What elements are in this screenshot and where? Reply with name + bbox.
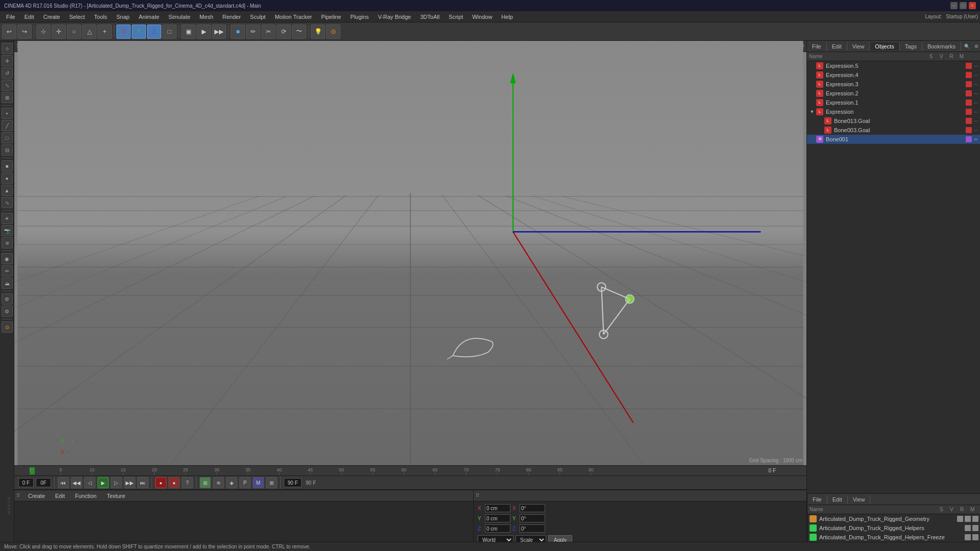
lt-paint[interactable]: ✏ <box>2 265 13 277</box>
lt-sphere[interactable]: ● <box>2 172 13 184</box>
obj-geometry[interactable]: Articulated_Dump_Truck_Rigged_Geometry <box>807 514 980 523</box>
menu-window[interactable]: Window <box>468 13 496 21</box>
vp-icon-add[interactable]: + <box>786 43 790 50</box>
menu-simulate[interactable]: Simulate <box>164 13 194 21</box>
menu-pipeline[interactable]: Pipeline <box>317 13 345 21</box>
lt-rig[interactable]: ⚙ <box>2 306 13 317</box>
autokey-btn[interactable]: ● <box>168 477 180 488</box>
mat-menu-edit[interactable]: Edit <box>51 492 69 500</box>
vp-menu-panel[interactable]: Panel <box>148 42 168 51</box>
rp-tab-tags[interactable]: Tags <box>900 42 922 51</box>
poly-btn[interactable]: △ <box>82 24 96 39</box>
cube-btn[interactable]: ■ <box>231 24 245 39</box>
obj-bone013goal[interactable]: L Bone013.Goal ··· <box>807 116 980 126</box>
menu-sculpt[interactable]: Sculpt <box>246 13 270 21</box>
lt-bone[interactable]: ⚙ <box>2 293 13 305</box>
zaxis-btn[interactable]: Z <box>147 24 161 39</box>
minimize-btn[interactable]: ─ <box>950 2 958 9</box>
zrot-input[interactable] <box>520 524 545 533</box>
lt-points[interactable]: • <box>2 108 13 119</box>
lt-mesh[interactable]: ⊟ <box>2 144 13 156</box>
vp-menu-display[interactable]: Display <box>73 42 97 51</box>
menu-file[interactable]: File <box>2 13 19 21</box>
xrot-input[interactable] <box>520 504 545 512</box>
lt-deform[interactable]: ≋ <box>2 237 13 248</box>
vp-icon-lock[interactable]: 🔒 <box>792 43 798 50</box>
lt-light[interactable]: ☀ <box>2 213 13 224</box>
lt-cam[interactable]: 📷 <box>2 225 13 236</box>
go-to-start-btn[interactable]: ⏮ <box>58 477 69 488</box>
addpt-btn[interactable]: + <box>97 24 112 39</box>
select-btn[interactable]: ⊹ <box>36 24 51 39</box>
rp-search-icon[interactable]: 🔍 <box>963 42 971 51</box>
end-frame-display[interactable] <box>284 478 302 487</box>
vp-menu-filter[interactable]: Filter <box>127 42 145 51</box>
menu-select[interactable]: Select <box>65 13 89 21</box>
smooth-btn[interactable]: 〜 <box>292 24 306 39</box>
mat-menu-function[interactable]: Function <box>71 492 101 500</box>
menu-edit[interactable]: Edit <box>20 13 38 21</box>
undo-btn[interactable]: ↩ <box>2 24 16 39</box>
menu-3dtoall[interactable]: 3DToAll <box>416 13 444 21</box>
current-frame-input[interactable] <box>36 478 51 487</box>
rp2-tab-file[interactable]: File <box>807 495 827 504</box>
obj-expression[interactable]: ▼ L Expression ··· <box>807 107 980 116</box>
yaxis-btn[interactable]: Y <box>132 24 146 39</box>
prev-frame-btn[interactable]: ◁ <box>84 477 95 488</box>
go-to-end-btn[interactable]: ⏭ <box>137 477 149 488</box>
lt-move[interactable]: ✛ <box>2 55 13 66</box>
xaxis-btn[interactable]: X <box>116 24 131 39</box>
rp-tab-bookmarks[interactable]: Bookmarks <box>922 42 961 51</box>
obj-bone001[interactable]: ⚙ Bone001 ✏ <box>807 135 980 144</box>
menu-motion-tracker[interactable]: Motion Tracker <box>271 13 316 21</box>
tl-mode-record[interactable]: M <box>253 477 264 488</box>
record-btn[interactable]: ● <box>155 477 166 488</box>
rp2-tab-edit[interactable]: Edit <box>827 495 848 504</box>
y-pos-input[interactable] <box>485 514 510 522</box>
move-btn[interactable]: ✛ <box>52 24 66 39</box>
vp-icon-settings[interactable]: ⚙ <box>800 43 804 50</box>
mat-menu-texture[interactable]: Texture <box>103 492 129 500</box>
lt-transform[interactable]: ⊞ <box>2 92 13 103</box>
obj-expression5[interactable]: L Expression.5 ··· <box>807 61 980 70</box>
lt-sculpt[interactable]: ◉ <box>2 253 13 264</box>
x-pos-input[interactable] <box>485 504 510 512</box>
vp-menu-options[interactable]: Options <box>100 42 125 51</box>
obj-expression3[interactable]: L Expression.3 ··· <box>807 80 980 89</box>
expand-icon-expr[interactable]: ▼ <box>809 109 815 115</box>
menu-animate[interactable]: Animate <box>135 13 163 21</box>
obj-expression1[interactable]: L Expression.1 ··· <box>807 98 980 107</box>
menu-help[interactable]: Help <box>497 13 517 21</box>
lt-scale[interactable]: ⤡ <box>2 80 13 91</box>
menu-vray[interactable]: V-Ray Bridge <box>374 13 415 21</box>
rp-tab-edit[interactable]: Edit <box>827 42 847 51</box>
render-view-btn[interactable]: ▣ <box>181 24 195 39</box>
z-pos-input[interactable] <box>485 524 510 533</box>
rp-tab-view[interactable]: View <box>847 42 870 51</box>
lt-cone[interactable]: ▲ <box>2 185 13 196</box>
mat-menu-create[interactable]: Create <box>24 492 49 500</box>
knife-btn[interactable]: ✂ <box>261 24 276 39</box>
obj-expression4[interactable]: L Expression.4 ··· <box>807 70 980 80</box>
rp2-tab-view[interactable]: View <box>848 495 871 504</box>
tl-mode-key[interactable]: ⊞ <box>200 477 211 488</box>
tl-mode-motion[interactable]: ≋ <box>213 477 224 488</box>
next-frame-btn[interactable]: ▷ <box>111 477 122 488</box>
render-btn[interactable]: ▶ <box>197 24 211 39</box>
obj-helpers[interactable]: Articulated_Dump_Truck_Rigged_Helpers <box>807 523 980 533</box>
python-btn[interactable]: ⊙ <box>326 24 340 39</box>
lt-terrain[interactable]: ⛰ <box>2 278 13 289</box>
loop-btn[interactable]: ⟳ <box>277 24 291 39</box>
menu-plugins[interactable]: Plugins <box>346 13 373 21</box>
redo-btn[interactable]: ↪ <box>17 24 32 39</box>
obj-bone003goal[interactable]: L Bone003.Goal ··· <box>807 126 980 135</box>
rp-tab-file[interactable]: File <box>807 42 827 51</box>
menu-create[interactable]: Create <box>39 13 64 21</box>
lt-spline[interactable]: ∿ <box>2 197 13 208</box>
menu-render[interactable]: Render <box>218 13 245 21</box>
lights-btn[interactable]: 💡 <box>311 24 325 39</box>
key-settings-btn[interactable]: ? <box>182 477 193 488</box>
obj-helpers-freeze[interactable]: Articulated_Dump_Truck_Rigged_Helpers_Fr… <box>807 533 980 542</box>
menu-tools[interactable]: Tools <box>90 13 111 21</box>
menu-mesh[interactable]: Mesh <box>195 13 217 21</box>
